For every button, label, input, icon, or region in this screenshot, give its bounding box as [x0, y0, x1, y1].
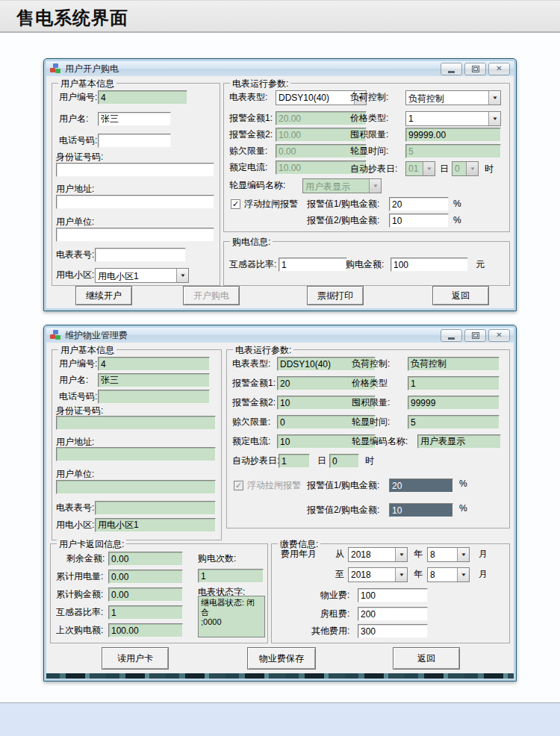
- user-name-field[interactable]: [98, 373, 210, 387]
- price-type-field[interactable]: [408, 376, 500, 390]
- balance-label: 剩余金额:: [66, 552, 105, 566]
- dropdown-arrow-icon[interactable]: ▼: [395, 568, 407, 581]
- load-control-field[interactable]: [408, 357, 500, 371]
- alarm-pct2-field[interactable]: [389, 503, 453, 517]
- user-name-field[interactable]: [98, 112, 171, 126]
- ct-ratio-label: 互感器比率:: [56, 605, 103, 620]
- alarm-pct1-field[interactable]: [389, 478, 453, 493]
- dropdown-arrow-icon[interactable]: ▼: [457, 548, 469, 561]
- alarm-pct2-label: 报警值2/购电金额:: [307, 213, 379, 228]
- id-card-field[interactable]: [56, 163, 214, 177]
- ct-ratio-field[interactable]: [279, 258, 347, 272]
- hoard-limit-field[interactable]: [408, 396, 500, 410]
- district-select[interactable]: 用电小区1 ▼: [95, 268, 189, 283]
- back-button[interactable]: 返回: [393, 647, 460, 670]
- auto-read-hour-field[interactable]: [329, 454, 359, 468]
- price-type-select[interactable]: 1 ▼: [405, 111, 501, 126]
- purchase-count-field[interactable]: [198, 569, 264, 583]
- cycle-code-field[interactable]: [417, 434, 501, 449]
- property-fee-field[interactable]: [358, 588, 428, 602]
- other-fee-field[interactable]: [358, 624, 428, 638]
- meter-no-field[interactable]: [95, 501, 216, 515]
- card-info-group-title: 用户卡返回信息:: [57, 538, 126, 551]
- close-button[interactable]: ✕: [488, 63, 510, 75]
- percent-unit-label: %: [453, 197, 461, 211]
- rent-fee-field[interactable]: [358, 607, 428, 621]
- arrow-glyph: ▼: [372, 184, 378, 188]
- district-field[interactable]: [95, 518, 216, 532]
- alarm-pct1-field[interactable]: [389, 197, 449, 211]
- unit-field[interactable]: [56, 228, 214, 242]
- cycle-time-field[interactable]: [405, 144, 501, 158]
- back-button[interactable]: 返回: [432, 286, 489, 305]
- maximize-button[interactable]: [464, 329, 486, 342]
- user-id-label: 用户编号:: [59, 90, 97, 105]
- close-button[interactable]: ✕: [488, 329, 510, 342]
- continue-open-button[interactable]: 继续开户: [75, 286, 132, 305]
- dropdown-arrow-icon[interactable]: ▼: [369, 179, 381, 193]
- auto-read-hour-select[interactable]: 0 ▼: [452, 161, 479, 176]
- auto-read-hour-value: 0: [452, 162, 466, 175]
- dropdown-arrow-icon[interactable]: ▼: [457, 568, 469, 581]
- id-card-field[interactable]: [56, 416, 216, 430]
- last-purchase-field[interactable]: [108, 623, 183, 637]
- titlebar[interactable]: 用户开户购电 ✕: [46, 61, 514, 76]
- dropdown-arrow-icon[interactable]: ▼: [488, 91, 500, 105]
- from-year-value: 2018: [349, 548, 395, 561]
- balance-field[interactable]: [108, 552, 183, 566]
- from-month-select[interactable]: 8 ▼: [427, 547, 470, 562]
- maximize-button[interactable]: [464, 63, 486, 75]
- phone-label: 电话号码:: [59, 134, 97, 148]
- purchase-amount-field[interactable]: [391, 258, 468, 272]
- float-alarm-checkbox[interactable]: ✓: [231, 199, 240, 209]
- price-type-value: 1: [406, 112, 488, 125]
- titlebar[interactable]: 维护物业管理费 ✕: [46, 328, 514, 343]
- dropdown-arrow-icon[interactable]: ▼: [488, 112, 500, 125]
- month-unit-label: 月: [479, 547, 488, 561]
- address-field[interactable]: [56, 447, 216, 461]
- load-control-select[interactable]: 负荷控制 ▼: [405, 90, 501, 105]
- dropdown-arrow-icon[interactable]: ▼: [466, 162, 478, 175]
- read-card-button[interactable]: 读用户卡: [102, 647, 169, 670]
- cycle-time-field[interactable]: [408, 415, 500, 429]
- dialog-title: 用户开户购电: [65, 63, 119, 75]
- property-fee-label: 物业费:: [320, 588, 349, 602]
- phone-label: 电话号码:: [59, 390, 97, 404]
- to-month-select[interactable]: 8 ▼: [427, 567, 470, 582]
- window-controls: ✕: [441, 63, 510, 75]
- total-amount-field[interactable]: [108, 587, 183, 602]
- meter-no-field[interactable]: [95, 248, 186, 262]
- save-property-fee-button[interactable]: 物业费保存: [247, 647, 316, 670]
- print-receipt-button[interactable]: 票据打印: [307, 286, 364, 305]
- hoard-limit-field[interactable]: [405, 128, 501, 142]
- auto-read-day-select[interactable]: 01 ▼: [405, 161, 435, 176]
- minimize-button[interactable]: [441, 329, 462, 342]
- dropdown-arrow-icon[interactable]: ▼: [176, 269, 188, 282]
- ct-ratio-field[interactable]: [108, 605, 183, 620]
- phone-field[interactable]: [98, 134, 171, 148]
- user-id-field[interactable]: [98, 90, 187, 105]
- user-id-field[interactable]: [98, 357, 210, 371]
- meter-status-field[interactable]: 继电器状态: 闭合 ;0000: [198, 596, 265, 637]
- address-field[interactable]: [56, 195, 214, 209]
- unit-field[interactable]: [56, 480, 216, 494]
- alarm-pct2-field[interactable]: [389, 213, 449, 228]
- dropdown-arrow-icon[interactable]: ▼: [423, 162, 435, 175]
- from-year-select[interactable]: 2018 ▼: [348, 547, 408, 562]
- to-year-select[interactable]: 2018 ▼: [348, 567, 408, 582]
- year-unit-label: 年: [414, 567, 423, 581]
- float-alarm-checkbox[interactable]: ✓: [234, 481, 243, 490]
- unit-label: 用户单位:: [56, 216, 94, 227]
- cycle-code-select[interactable]: 用户表显示 ▼: [302, 178, 382, 193]
- open-purchase-button[interactable]: 开户购电: [183, 286, 240, 305]
- maximize-icon: [472, 66, 479, 72]
- from-month-value: 8: [428, 548, 457, 561]
- dropdown-arrow-icon[interactable]: ▼: [395, 548, 407, 561]
- phone-field[interactable]: [98, 390, 210, 404]
- alarm-pct2-label: 报警值2/购电金额:: [307, 503, 379, 517]
- auto-read-day-field[interactable]: [279, 454, 310, 468]
- total-energy-field[interactable]: [108, 570, 183, 584]
- minimize-button[interactable]: [441, 63, 462, 75]
- yuan-unit-label: 元: [476, 258, 485, 272]
- arrow-glyph: ▼: [398, 552, 404, 557]
